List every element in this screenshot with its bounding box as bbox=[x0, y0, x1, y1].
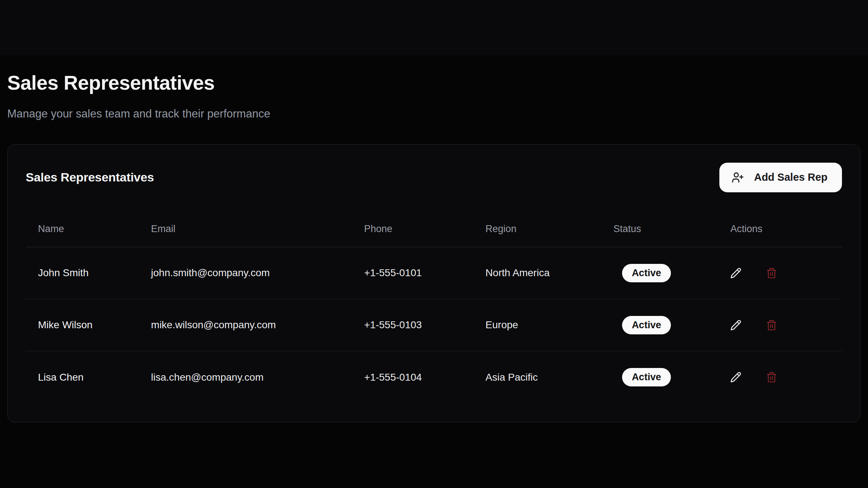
cell-name: Mike Wilson bbox=[26, 319, 139, 331]
delete-button[interactable] bbox=[766, 372, 777, 383]
status-badge: Active bbox=[622, 368, 671, 386]
card-title: Sales Representatives bbox=[26, 170, 154, 184]
column-header-name: Name bbox=[26, 223, 139, 235]
trash-icon bbox=[766, 267, 777, 279]
pencil-icon bbox=[730, 320, 741, 331]
cell-actions bbox=[718, 267, 842, 279]
cell-name: John Smith bbox=[26, 267, 139, 279]
cell-status: Active bbox=[601, 368, 718, 386]
trash-icon bbox=[766, 320, 777, 331]
top-header-band bbox=[0, 0, 868, 55]
column-header-phone: Phone bbox=[352, 223, 473, 235]
cell-actions bbox=[718, 320, 842, 331]
cell-status: Active bbox=[601, 316, 718, 334]
add-sales-rep-button-label: Add Sales Rep bbox=[754, 171, 827, 183]
table-row: Lisa Chen lisa.chen@company.com +1-555-0… bbox=[26, 351, 842, 403]
edit-button[interactable] bbox=[730, 267, 741, 279]
cell-phone: +1-555-0104 bbox=[352, 372, 473, 383]
user-plus-icon bbox=[732, 171, 744, 184]
column-header-region: Region bbox=[473, 223, 601, 235]
cell-email: lisa.chen@company.com bbox=[139, 372, 352, 383]
pencil-icon bbox=[730, 267, 741, 279]
add-sales-rep-button[interactable]: Add Sales Rep bbox=[719, 163, 842, 192]
cell-phone: +1-555-0103 bbox=[352, 319, 473, 331]
cell-region: Asia Pacific bbox=[473, 372, 601, 383]
cell-status: Active bbox=[601, 264, 718, 282]
column-header-status: Status bbox=[601, 223, 718, 235]
status-badge: Active bbox=[622, 264, 671, 282]
column-header-actions: Actions bbox=[718, 223, 842, 235]
trash-icon bbox=[766, 372, 777, 383]
cell-actions bbox=[718, 372, 842, 383]
cell-email: mike.wilson@company.com bbox=[139, 319, 352, 331]
cell-name: Lisa Chen bbox=[26, 372, 139, 383]
cell-email: john.smith@company.com bbox=[139, 267, 352, 279]
cell-region: Europe bbox=[473, 319, 601, 331]
cell-region: North America bbox=[473, 267, 601, 279]
table-header-row: Name Email Phone Region Status Actions bbox=[26, 211, 842, 247]
main-content: Sales Representatives Manage your sales … bbox=[0, 71, 868, 423]
card-header: Sales Representatives Add Sales Rep bbox=[26, 163, 842, 192]
sales-reps-table: Name Email Phone Region Status Actions J… bbox=[26, 211, 842, 403]
edit-button[interactable] bbox=[730, 372, 741, 383]
status-badge: Active bbox=[622, 316, 671, 334]
page-title: Sales Representatives bbox=[7, 71, 861, 95]
table-row: John Smith john.smith@company.com +1-555… bbox=[26, 247, 842, 299]
column-header-email: Email bbox=[139, 223, 352, 235]
table-row: Mike Wilson mike.wilson@company.com +1-5… bbox=[26, 299, 842, 351]
cell-phone: +1-555-0101 bbox=[352, 267, 473, 279]
edit-button[interactable] bbox=[730, 320, 741, 331]
sales-reps-card: Sales Representatives Add Sales Rep Name… bbox=[7, 144, 860, 423]
delete-button[interactable] bbox=[766, 267, 777, 279]
pencil-icon bbox=[730, 372, 741, 383]
page-subtitle: Manage your sales team and track their p… bbox=[7, 107, 861, 121]
delete-button[interactable] bbox=[766, 320, 777, 331]
